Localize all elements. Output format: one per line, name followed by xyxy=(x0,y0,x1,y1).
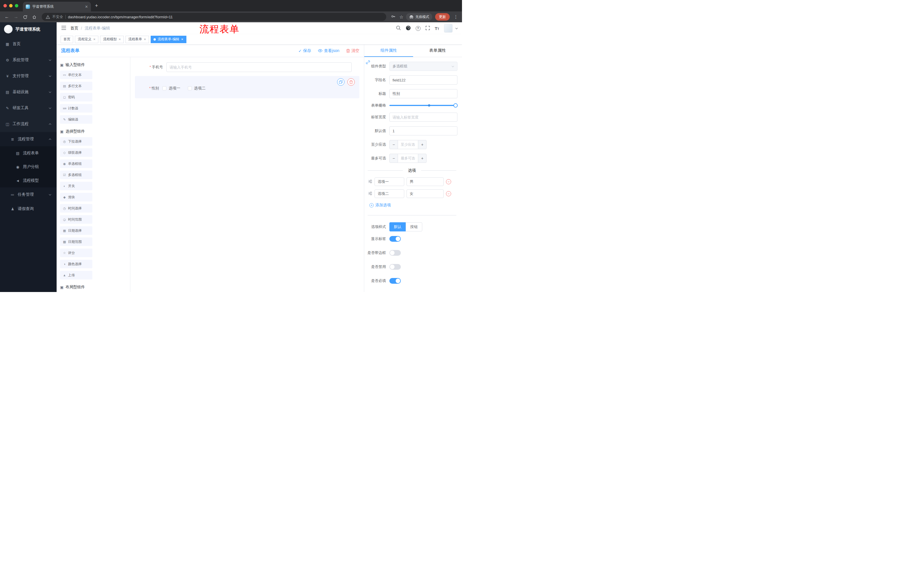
required-toggle[interactable] xyxy=(389,278,401,284)
palette-item-password[interactable]: ◻密码 xyxy=(60,93,92,102)
hamburger-menu-icon[interactable] xyxy=(61,26,66,31)
component-type-select[interactable]: 多选框组 xyxy=(389,62,457,71)
link-icon[interactable] xyxy=(366,60,370,66)
tag-home[interactable]: 首页 xyxy=(61,36,73,43)
style-button-button[interactable]: 按钮 xyxy=(406,222,422,232)
palette-item-cascader[interactable]: ◇级联选择 xyxy=(60,148,92,157)
browser-update-button[interactable]: 更新 xyxy=(435,13,450,21)
breadcrumb-home[interactable]: 首页 xyxy=(70,26,78,31)
min-select-input[interactable] xyxy=(398,140,418,149)
view-json-button[interactable]: 查看json xyxy=(318,48,339,53)
window-close-button[interactable] xyxy=(3,4,7,7)
palette-item-single-text[interactable]: ▭单行文本 xyxy=(60,71,92,79)
form-grid-slider[interactable] xyxy=(389,105,456,106)
checkbox-option-2[interactable]: 选项二 xyxy=(188,86,206,91)
sidebar-item-infrastructure[interactable]: ▤ 基础设施 xyxy=(0,84,57,100)
tab-close-icon[interactable]: ✕ xyxy=(85,5,88,9)
option-name-input[interactable] xyxy=(375,189,404,198)
disabled-toggle[interactable] xyxy=(389,264,401,270)
palette-item-radio-group[interactable]: ◉单选框组 xyxy=(60,160,92,168)
tag-close-icon[interactable]: ✕ xyxy=(181,38,183,41)
style-default-button[interactable]: 默认 xyxy=(389,222,406,232)
sidebar-item-devtools[interactable]: ✎ 研发工具 xyxy=(0,100,57,116)
sidebar-item-workflow[interactable]: ◫ 工作流程 xyxy=(0,116,57,132)
help-icon[interactable]: ? xyxy=(416,26,421,31)
avatar-caret-icon[interactable] xyxy=(455,26,458,29)
window-minimize-button[interactable] xyxy=(9,4,13,7)
sidebar-item-user-group[interactable]: ◉ 用户分组 xyxy=(0,160,57,174)
browser-menu-icon[interactable]: ⋮ xyxy=(454,14,458,20)
forward-button[interactable]: → xyxy=(12,14,20,20)
sidebar-item-process-management[interactable]: ≣ 流程管理 xyxy=(0,132,57,146)
tab-component-props[interactable]: 组件属性 xyxy=(364,44,413,57)
github-icon[interactable] xyxy=(406,25,411,31)
label-width-input[interactable] xyxy=(389,113,457,122)
palette-item-multi-text[interactable]: ▤多行文本 xyxy=(60,82,92,90)
slider-handle[interactable] xyxy=(454,104,458,108)
remove-option-button[interactable]: − xyxy=(446,191,451,196)
palette-item-editor[interactable]: ✎编辑器 xyxy=(60,115,92,124)
palette-item-color-picker[interactable]: ◑颜色选择 xyxy=(60,260,92,268)
phone-input[interactable] xyxy=(167,62,351,72)
clear-button[interactable]: 清空 xyxy=(346,48,360,53)
palette-item-switch[interactable]: ◐开关 xyxy=(60,182,92,190)
field-name-input[interactable] xyxy=(389,76,457,85)
tag-process-model[interactable]: 流程模型 ✕ xyxy=(100,36,124,43)
tag-process-form[interactable]: 流程表单 ✕ xyxy=(125,36,149,43)
palette-item-time-picker[interactable]: ◷时间选择 xyxy=(60,204,92,212)
option-name-input[interactable] xyxy=(375,178,404,186)
default-value-input[interactable] xyxy=(389,126,457,135)
add-option-button[interactable]: + 添加选项 xyxy=(370,202,457,208)
search-icon[interactable] xyxy=(396,25,401,31)
sidebar-item-home[interactable]: ▦ 首页 xyxy=(0,36,57,52)
tag-process-form-edit[interactable]: 流程表单-编辑 ✕ xyxy=(151,36,186,43)
url-text[interactable]: dashboard.yudao.iocoder.cn/bpm/manager/f… xyxy=(68,15,173,19)
sidebar-item-system[interactable]: ⚙ 系统管理 xyxy=(0,52,57,68)
checkbox-option-1[interactable]: 选项一 xyxy=(162,86,180,91)
tag-close-icon[interactable]: ✕ xyxy=(118,38,120,41)
palette-item-counter[interactable]: 123计数器 xyxy=(60,104,92,113)
selected-component-gender[interactable]: 性别 选项一 选项二 xyxy=(135,76,360,98)
max-select-input[interactable] xyxy=(398,154,418,163)
bookmark-star-icon[interactable]: ☆ xyxy=(399,14,403,20)
fullscreen-icon[interactable] xyxy=(426,26,430,31)
decrease-button[interactable]: − xyxy=(389,140,398,149)
user-avatar[interactable] xyxy=(444,24,452,33)
tag-close-icon[interactable]: ✕ xyxy=(144,38,146,41)
palette-item-upload[interactable]: ▲上传 xyxy=(60,271,92,280)
palette-item-checkbox-group[interactable]: ☑多选框组 xyxy=(60,171,92,179)
delete-component-button[interactable] xyxy=(347,78,355,86)
show-label-toggle[interactable] xyxy=(389,236,401,242)
window-zoom-button[interactable] xyxy=(15,4,18,7)
new-tab-button[interactable]: + xyxy=(95,3,98,9)
palette-item-select[interactable]: ◎下拉选择 xyxy=(60,137,92,146)
palette-item-time-range[interactable]: ◶时间范围 xyxy=(60,215,92,224)
palette-item-slider[interactable]: ◆滑块 xyxy=(60,193,92,201)
copy-component-button[interactable] xyxy=(337,78,345,86)
security-label[interactable]: 不安全 xyxy=(52,15,63,20)
palette-item-date-picker[interactable]: ▦日期选择 xyxy=(60,226,92,235)
sidebar-item-task-management[interactable]: ≔ 任务管理 xyxy=(0,188,57,202)
home-button[interactable] xyxy=(30,14,38,20)
sidebar-logo[interactable]: 芋道管理系统 xyxy=(0,22,57,36)
password-key-icon[interactable] xyxy=(391,14,395,20)
drag-handle-icon[interactable] xyxy=(368,180,372,184)
tag-close-icon[interactable]: ✕ xyxy=(93,38,96,41)
title-input[interactable] xyxy=(389,89,457,98)
phone-field-row[interactable]: 手机号 xyxy=(135,62,360,72)
decrease-button[interactable]: − xyxy=(389,154,398,163)
tag-process-definition[interactable]: 流程定义 ✕ xyxy=(75,36,98,43)
back-button[interactable]: ← xyxy=(3,14,11,20)
increase-button[interactable]: + xyxy=(418,154,427,163)
tab-form-props[interactable]: 表单属性 xyxy=(413,44,462,57)
option-value-input[interactable] xyxy=(406,189,444,198)
option-value-input[interactable] xyxy=(406,178,444,186)
sidebar-item-process-model[interactable]: ◄ 流程模型 xyxy=(0,174,57,188)
font-size-icon[interactable]: TT xyxy=(435,26,439,31)
reload-button[interactable] xyxy=(21,14,29,20)
palette-item-date-range[interactable]: ▩日期范围 xyxy=(60,237,92,246)
palette-item-rate[interactable]: ☆评分 xyxy=(60,248,92,257)
border-toggle[interactable] xyxy=(389,250,401,256)
sidebar-item-leave-query[interactable]: ♟ 请假查询 xyxy=(0,202,57,216)
remove-option-button[interactable]: − xyxy=(446,179,451,184)
